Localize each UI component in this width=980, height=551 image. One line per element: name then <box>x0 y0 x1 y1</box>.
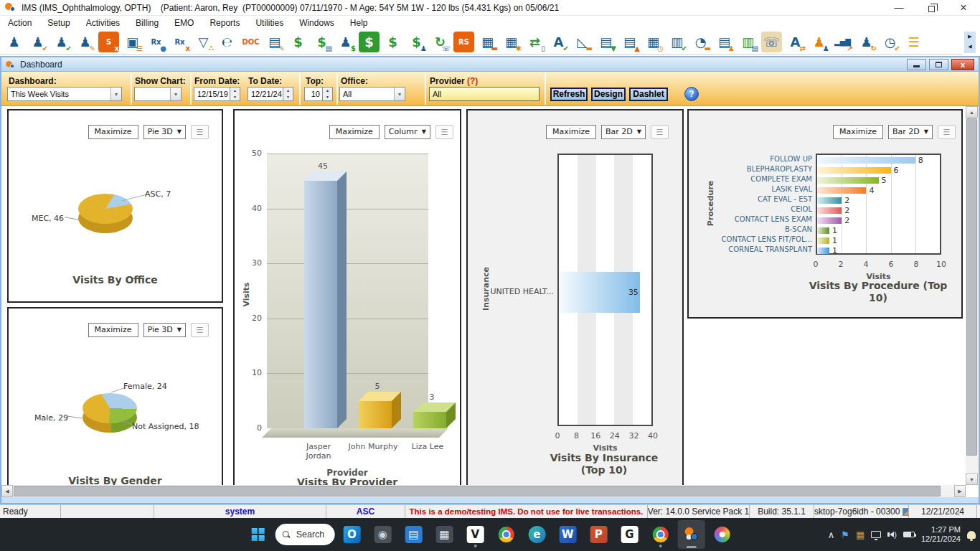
chevron-down-icon[interactable]: ▾ <box>394 88 405 100</box>
menu-item-help[interactable]: Help <box>342 18 376 28</box>
to-date-spinner[interactable]: ▲▼ <box>283 87 293 101</box>
clipboard-copy-icon[interactable]: ▥▤ <box>738 32 758 52</box>
bar-blepharoplasty[interactable] <box>817 167 891 174</box>
notes-icon[interactable]: ▤✎ <box>264 32 285 52</box>
taskbar-powerpoint-icon[interactable]: P <box>585 520 612 549</box>
vertical-scrollbar[interactable]: ▲ ▼ <box>966 106 978 485</box>
dashboard-minimize-button[interactable] <box>907 59 926 70</box>
panel-menu-icon[interactable]: ☰ <box>191 125 209 139</box>
bar-john-murphy[interactable] <box>359 401 392 428</box>
from-date-spinner[interactable]: ▲▼ <box>230 87 240 101</box>
vertical-scroll-thumb[interactable] <box>966 118 977 456</box>
maximize-button[interactable]: Maximize <box>329 125 380 139</box>
patient-edit-icon[interactable]: ♟✎ <box>75 32 95 52</box>
menu-item-reports[interactable]: Reports <box>202 18 248 28</box>
chart-type-select[interactable]: Bar 2D▼ <box>888 125 933 139</box>
bar-contact-lens-exam[interactable] <box>817 217 842 224</box>
fax-out-icon[interactable]: ▤▲ <box>619 32 640 52</box>
fax-in-icon[interactable]: ▤▼ <box>595 32 616 52</box>
tray-battery-icon[interactable] <box>903 532 915 537</box>
taskbar-outlook-icon[interactable]: O <box>338 520 365 549</box>
contact-card-icon[interactable]: ▤♟ <box>714 32 735 52</box>
close-button[interactable]: × <box>953 0 974 16</box>
top-input[interactable]: 10 <box>304 87 323 101</box>
panel-menu-icon[interactable]: ☰ <box>191 323 209 337</box>
tray-chevron-icon[interactable]: ∧ <box>828 529 835 540</box>
scroll-left-icon[interactable]: ◀ <box>1 485 13 497</box>
timer-icon[interactable]: ◷✔ <box>880 32 900 52</box>
to-date-input[interactable]: 12/21/24 <box>248 87 283 101</box>
dashboard-maximize-button[interactable] <box>929 59 948 70</box>
superbill-icon[interactable]: Sx <box>98 32 119 52</box>
dashlet-button[interactable]: Dashlet <box>629 88 668 101</box>
from-date-input[interactable]: 12/15/19 <box>194 87 230 101</box>
chart-type-select[interactable]: Bar 2D▼ <box>601 125 646 139</box>
checkout-icon[interactable]: ⇄▯ <box>524 32 545 52</box>
menu-item-emo[interactable]: EMO <box>166 18 202 28</box>
taskbar-edge-icon[interactable]: e <box>523 520 550 549</box>
calendar-icon[interactable]: ▦▬ <box>477 32 498 52</box>
maximize-button[interactable]: Maximize <box>88 125 138 139</box>
dashboard-select[interactable]: This Week Visits▾ <box>7 87 122 101</box>
menu-item-windows[interactable]: Windows <box>291 18 342 28</box>
bar-lasik-eval[interactable] <box>817 187 866 194</box>
maximize-button[interactable]: Maximize <box>88 323 138 337</box>
taskbar-v-app-icon[interactable]: V <box>461 520 489 549</box>
patient-verify-icon[interactable]: ♟✔ <box>51 32 72 52</box>
menu-item-setup[interactable]: Setup <box>39 18 77 28</box>
menu-item-utilities[interactable]: Utilities <box>248 18 291 28</box>
office-select[interactable]: All▾ <box>339 87 405 101</box>
maximize-button[interactable]: Maximize <box>833 125 883 139</box>
patient-kiosk-icon[interactable]: ▣☰ <box>122 32 143 52</box>
patient-payment-icon[interactable]: ♟$ <box>335 32 356 52</box>
chevron-down-icon[interactable]: ▾ <box>170 88 181 100</box>
schedule-clock-icon[interactable]: ▦◷ <box>643 32 664 52</box>
taskbar-start-icon[interactable] <box>245 520 272 549</box>
bar-ceiol[interactable] <box>817 207 842 214</box>
chart-type-select[interactable]: Pie 3D▼ <box>143 125 186 139</box>
taskbar-notepad-icon[interactable]: ▤ <box>400 520 427 549</box>
tray-colors-icon[interactable]: ▦ <box>856 529 864 540</box>
refresh-button[interactable]: Refresh <box>550 88 588 101</box>
tray-volume-icon[interactable]: ) <box>887 530 897 539</box>
taskbar-ims-icon[interactable] <box>677 520 705 549</box>
reports-pie-icon[interactable]: ◔▬ <box>690 32 711 52</box>
notification-bell-icon[interactable] <box>967 531 976 539</box>
tasks-icon[interactable]: ▥✔ <box>666 32 687 52</box>
bar-liza-lee[interactable] <box>413 412 446 428</box>
taskbar-paint-icon[interactable] <box>708 520 735 549</box>
bar-cat-eval-est[interactable] <box>817 197 842 204</box>
taskbar-chrome-icon[interactable] <box>492 520 519 549</box>
charge-person-icon[interactable]: $♟ <box>406 32 427 52</box>
chart-type-select[interactable]: Pie 3D▼ <box>143 323 186 337</box>
phone-book-icon[interactable]: ☏ <box>761 32 782 52</box>
menu-item-billing[interactable]: Billing <box>128 18 166 28</box>
panel-menu-icon[interactable]: ☰ <box>651 125 669 139</box>
bar-complete-exam[interactable] <box>817 177 879 184</box>
tray-display-icon[interactable] <box>871 531 881 538</box>
toolbar-overflow[interactable]: ▶ ◀ <box>964 32 976 53</box>
tray-onedrive-icon[interactable]: ⚑ <box>841 529 849 540</box>
restore-button[interactable] <box>920 0 942 16</box>
taskbar-search-icon[interactable]: Search <box>275 520 335 549</box>
eligibility-shield-icon[interactable]: ℮ <box>217 32 237 52</box>
provider-help-hint[interactable]: (?) <box>467 76 478 86</box>
scroll-right-icon[interactable]: ▶ <box>954 485 966 497</box>
document-icon[interactable]: DOC <box>240 32 261 52</box>
taskbar-calculator-icon[interactable]: ▦ <box>430 520 458 549</box>
scroll-down-icon[interactable]: ▼ <box>966 474 978 485</box>
toolbar-overflow-left-icon[interactable]: ◀ <box>964 42 976 52</box>
show-chart-select[interactable]: ▾ <box>134 87 182 101</box>
horizontal-scrollbar[interactable]: ◀ ▶ <box>1 485 966 497</box>
taskbar-g-app-icon[interactable]: G <box>616 520 643 549</box>
prescription-icon[interactable]: Rxx <box>169 32 190 52</box>
chart-type-select[interactable]: Column▼ <box>385 125 430 139</box>
referrals-icon[interactable]: ♟♟ <box>809 32 829 52</box>
top-spinner[interactable]: ▲▼ <box>323 87 333 101</box>
bar-jasper-jordan[interactable] <box>304 181 337 428</box>
payment-icon[interactable]: $ <box>288 32 308 52</box>
bar-corneal-transplant[interactable] <box>817 248 829 254</box>
maximize-button[interactable]: Maximize <box>546 125 596 139</box>
help-icon[interactable]: ? <box>684 87 699 101</box>
panel-list-icon[interactable]: ☰ <box>903 32 924 52</box>
